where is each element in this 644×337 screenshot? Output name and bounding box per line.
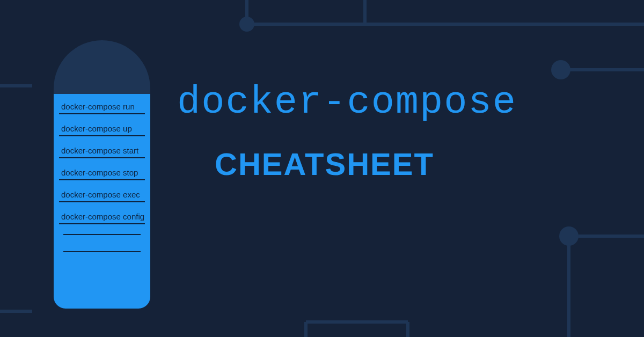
note-item: docker-compose exec (59, 190, 145, 202)
svg-point-0 (239, 17, 254, 32)
title-main: docker-compose (177, 80, 517, 124)
svg-point-1 (551, 60, 570, 79)
note-item: docker-compose up (59, 124, 145, 136)
note-item: docker-compose config (59, 212, 145, 224)
notepad-cap (54, 40, 150, 94)
svg-point-2 (559, 226, 579, 246)
note-item: docker-compose run (59, 102, 145, 114)
title-block: docker-compose CHEATSHEET (177, 80, 517, 182)
note-item: docker-compose stop (59, 168, 145, 180)
title-sub: CHEATSHEET (215, 146, 517, 182)
empty-line (63, 251, 141, 252)
empty-line (63, 234, 141, 235)
note-item: docker-compose start (59, 146, 145, 158)
notepad: docker-compose run docker-compose up doc… (54, 40, 150, 298)
notepad-body: docker-compose run docker-compose up doc… (54, 94, 150, 309)
